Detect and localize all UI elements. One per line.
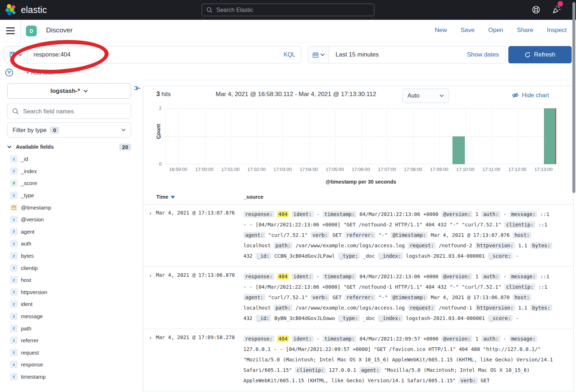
field-name: _id: [21, 156, 28, 162]
number-field-icon: #: [10, 179, 18, 187]
string-field-icon: t: [10, 252, 18, 260]
date-quick-menu-button[interactable]: [308, 46, 329, 63]
field-item[interactable]: tresponse: [7, 359, 131, 371]
field-item[interactable]: tmessage: [7, 310, 131, 323]
field-item[interactable]: t@version: [7, 213, 131, 226]
show-dates-button[interactable]: Show dates: [467, 51, 505, 58]
index-pattern-select[interactable]: logstash-*: [7, 84, 131, 99]
field-badge: timestamp:: [323, 335, 356, 342]
scrollbar[interactable]: [572, 2, 575, 193]
field-badge: clientip:: [295, 367, 326, 373]
sort-descending-icon: [171, 196, 175, 199]
available-fields-header[interactable]: Available fields 20: [7, 142, 131, 152]
time-range-value[interactable]: Last 15 minutes: [329, 51, 467, 58]
field-item[interactable]: t_id: [7, 153, 131, 165]
string-field-icon: t: [10, 240, 18, 247]
add-filter-button[interactable]: + Add filter: [26, 69, 54, 76]
nav-action-new[interactable]: New: [435, 27, 447, 34]
field-search-input[interactable]: Search field names: [7, 104, 131, 119]
field-badge: host:: [513, 294, 531, 301]
filter-by-type-select[interactable]: Filter by type 0: [7, 122, 131, 138]
nav-action-save[interactable]: Save: [460, 27, 474, 34]
y-tick-label: 0: [151, 161, 162, 167]
app-navbar: D Discover NewSaveOpenShareInspect: [0, 20, 576, 42]
field-badge: bytes:: [530, 242, 552, 249]
field-item[interactable]: thttpversion: [7, 286, 131, 298]
discover-app-badge[interactable]: D: [26, 26, 37, 36]
global-header: elastic Search Elastic: [0, 0, 576, 20]
field-badge: httpversion:: [475, 242, 515, 249]
column-header-time[interactable]: Time: [156, 194, 175, 200]
field-badge: path:: [274, 305, 292, 311]
x-gridline: [231, 108, 231, 164]
query-language-button[interactable]: KQL: [284, 51, 301, 58]
filter-icon[interactable]: [5, 68, 13, 77]
doc-source: response: 404 ident: - timestamp: 04/Mar…: [243, 209, 554, 261]
string-field-icon: t: [10, 288, 18, 296]
expand-chevron-icon[interactable]: ›: [147, 271, 154, 279]
field-name: _index: [21, 168, 37, 174]
x-gridline: [257, 108, 257, 164]
field-value: GET: [333, 232, 342, 238]
field-badge: @timestamp:: [391, 232, 428, 238]
field-item[interactable]: t_index: [7, 165, 131, 177]
expand-chevron-icon[interactable]: ›: [147, 209, 154, 216]
nav-action-inspect[interactable]: Inspect: [547, 27, 567, 34]
field-item[interactable]: tident: [7, 298, 131, 310]
available-fields-count: 20: [119, 144, 131, 150]
string-field-icon: t: [10, 325, 18, 332]
interval-select[interactable]: Auto: [402, 89, 449, 103]
highlighted-value: 404: [277, 335, 288, 342]
available-fields-label: Available fields: [16, 144, 54, 150]
field-value: 04/Mar/2021:22:13:06 +0000: [360, 274, 438, 279]
field-item[interactable]: tpath: [7, 322, 131, 334]
field-value: -: [516, 315, 519, 321]
calendar-icon: [312, 52, 319, 58]
string-field-icon: t: [10, 192, 18, 199]
field-value: /notfound-2: [439, 243, 472, 248]
field-item[interactable]: trequest: [7, 347, 131, 359]
field-item[interactable]: ttimestamp: [7, 371, 131, 383]
field-item[interactable]: t_type: [7, 189, 131, 202]
nav-action-share[interactable]: Share: [517, 27, 533, 34]
field-value: "-": [379, 232, 388, 238]
field-value: /var/www/example.com/logs/access.log: [296, 243, 405, 248]
highlighted-value: 404: [277, 273, 288, 280]
doc-source: response: 404 ident: - timestamp: 04/Mar…: [243, 271, 554, 324]
string-field-icon: t: [10, 276, 18, 284]
string-field-icon: t: [10, 228, 18, 235]
hide-chart-button[interactable]: Hide chart: [512, 91, 549, 99]
field-item[interactable]: #_score: [7, 177, 131, 189]
expand-chevron-icon[interactable]: ›: [147, 334, 154, 341]
refresh-button[interactable]: Refresh: [508, 46, 572, 63]
fields-list: t_idt_index#_scoret_type@timestampt@vers…: [7, 153, 131, 383]
field-value: "curl/7.52.1": [268, 232, 308, 238]
saved-query-icon: [9, 51, 16, 58]
query-input[interactable]: response:404: [28, 51, 284, 58]
string-field-icon: t: [10, 216, 18, 223]
nav-action-open[interactable]: Open: [488, 27, 503, 34]
chevron-down-icon: [320, 53, 325, 57]
field-item[interactable]: tclientip: [7, 262, 131, 274]
global-search-input[interactable]: Search Elastic: [202, 4, 374, 16]
field-item[interactable]: thost: [7, 274, 131, 286]
elastic-brand[interactable]: elastic: [5, 4, 47, 16]
field-value: 04/Mar/2021:22:09:57 +0000: [360, 336, 438, 342]
menu-hamburger-icon[interactable]: [6, 27, 15, 35]
help-icon[interactable]: [531, 5, 541, 14]
field-badge: referrer:: [345, 232, 375, 238]
field-item[interactable]: treferrer: [7, 334, 131, 347]
histogram-bar[interactable]: [544, 108, 556, 164]
filter-by-type-label: Filter by type: [13, 127, 46, 134]
field-item[interactable]: tbytes: [7, 250, 131, 262]
saved-query-menu-button[interactable]: [4, 46, 28, 63]
histogram-bar[interactable]: [453, 136, 465, 165]
field-item[interactable]: tagent: [7, 226, 131, 238]
string-field-icon: t: [10, 312, 18, 320]
field-name: _type: [21, 192, 34, 198]
collapse-sidebar-icon[interactable]: [133, 84, 141, 92]
field-item[interactable]: tauth: [7, 238, 131, 250]
field-badge: response:: [243, 273, 274, 280]
x-gridline: [205, 108, 205, 164]
field-item[interactable]: @timestamp: [7, 201, 131, 213]
